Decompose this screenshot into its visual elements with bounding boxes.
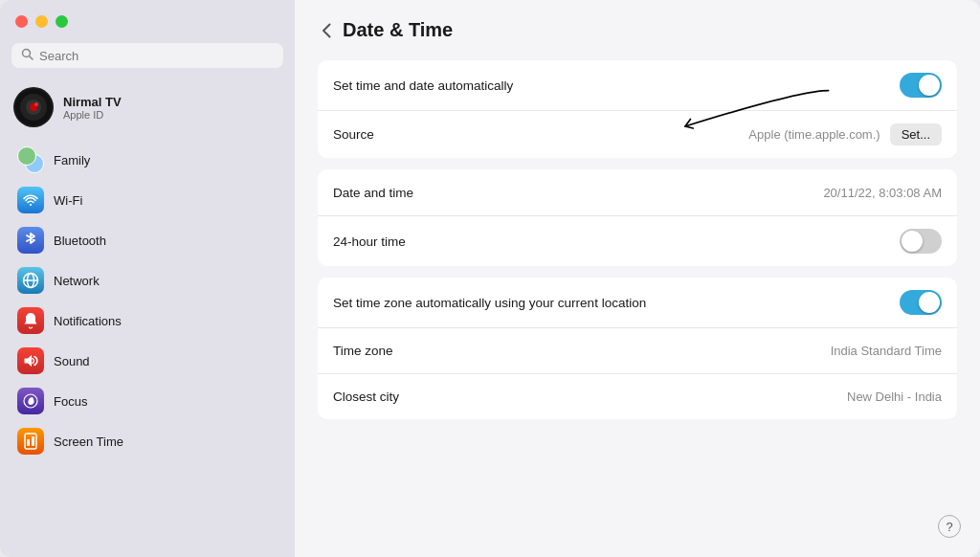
- bluetooth-icon: [17, 227, 44, 254]
- timezone-label: Time zone: [333, 344, 393, 358]
- minimize-button[interactable]: [35, 15, 48, 28]
- sidebar-item-focus[interactable]: Focus: [8, 382, 287, 420]
- close-button[interactable]: [15, 15, 28, 28]
- sidebar-item-bluetooth-label: Bluetooth: [54, 234, 106, 248]
- focus-icon: [17, 388, 44, 414]
- back-button[interactable]: [318, 23, 335, 38]
- network-icon: [17, 267, 44, 294]
- svg-line-1: [30, 56, 33, 59]
- sidebar-item-notifications[interactable]: Notifications: [8, 301, 287, 340]
- date-and-time-value: 20/11/22, 8:03:08 AM: [823, 186, 942, 200]
- svg-rect-10: [25, 434, 36, 449]
- sound-icon: [17, 347, 44, 374]
- auto-time-card: Set time and date automatically Source A…: [318, 60, 957, 158]
- sidebar-item-sound-label: Sound: [54, 354, 90, 368]
- page-title: Date & Time: [343, 19, 453, 41]
- sidebar-item-bluetooth[interactable]: Bluetooth: [8, 221, 287, 259]
- screentime-icon: [17, 428, 44, 455]
- user-profile[interactable]: Nirmal TV Apple ID: [0, 81, 295, 137]
- svg-point-6: [34, 102, 38, 106]
- set-auto-row: Set time and date automatically: [318, 60, 957, 110]
- sidebar-item-network[interactable]: Network: [8, 261, 287, 300]
- source-right: Apple (time.apple.com.) Set...: [748, 123, 942, 145]
- user-subtitle: Apple ID: [63, 109, 122, 121]
- source-label: Source: [333, 127, 374, 142]
- avatar: [13, 87, 54, 127]
- source-value: Apple (time.apple.com.): [748, 127, 880, 142]
- sidebar-item-sound[interactable]: Sound: [8, 342, 287, 380]
- svg-rect-11: [27, 439, 30, 446]
- sidebar-item-network-label: Network: [54, 274, 100, 288]
- timezone-value: India Standard Time: [831, 344, 942, 358]
- source-row: Source Apple (time.apple.com.) Set...: [318, 110, 957, 158]
- notifications-icon: [17, 307, 44, 334]
- sidebar-item-notifications-label: Notifications: [54, 314, 122, 328]
- auto-timezone-toggle[interactable]: [900, 290, 942, 315]
- sidebar-item-screentime[interactable]: Screen Time: [8, 422, 287, 460]
- auto-timezone-label: Set time zone automatically using your c…: [333, 296, 646, 310]
- sidebar-item-family-label: Family: [54, 153, 90, 167]
- closest-city-label: Closest city: [333, 390, 399, 404]
- search-icon: [21, 48, 33, 63]
- sidebar-item-family[interactable]: Family: [8, 141, 287, 179]
- svg-rect-12: [32, 436, 34, 446]
- auto-timezone-row: Set time zone automatically using your c…: [318, 278, 957, 327]
- user-info: Nirmal TV Apple ID: [63, 95, 122, 121]
- timezone-row: Time zone India Standard Time: [318, 327, 957, 373]
- closest-city-value: New Delhi - India: [847, 390, 942, 404]
- sidebar-nav: Family Wi-Fi Bluetooth: [0, 137, 295, 557]
- sidebar-item-screentime-label: Screen Time: [54, 434, 123, 449]
- help-button[interactable]: ?: [938, 515, 961, 538]
- date-and-time-row: Date and time 20/11/22, 8:03:08 AM: [318, 169, 957, 215]
- main-content: Date & Time Set time and date automatica…: [295, 0, 980, 557]
- date-time-card: Date and time 20/11/22, 8:03:08 AM 24-ho…: [318, 169, 957, 266]
- maximize-button[interactable]: [56, 15, 68, 28]
- family-icon: [17, 146, 44, 173]
- sidebar-item-wifi[interactable]: Wi-Fi: [8, 181, 287, 219]
- window-controls: [0, 0, 295, 37]
- search-input[interactable]: [39, 49, 274, 63]
- settings-sections: Set time and date automatically Source A…: [318, 60, 957, 419]
- set-auto-label: Set time and date automatically: [333, 78, 513, 93]
- set-button[interactable]: Set...: [890, 123, 942, 145]
- closest-city-row: Closest city New Delhi - India: [318, 373, 957, 419]
- sidebar-item-focus-label: Focus: [54, 394, 87, 409]
- user-name: Nirmal TV: [63, 95, 122, 109]
- page-header: Date & Time: [318, 19, 957, 41]
- sidebar-item-wifi-label: Wi-Fi: [54, 193, 82, 208]
- sidebar: Nirmal TV Apple ID Family Wi-Fi: [0, 0, 295, 557]
- wifi-icon: [17, 187, 44, 213]
- timezone-card: Set time zone automatically using your c…: [318, 278, 957, 419]
- search-bar[interactable]: [11, 43, 283, 68]
- set-auto-toggle[interactable]: [900, 73, 942, 98]
- 24-hour-label: 24-hour time: [333, 234, 406, 249]
- date-and-time-label: Date and time: [333, 186, 413, 200]
- 24-hour-toggle[interactable]: [900, 229, 942, 254]
- 24-hour-row: 24-hour time: [318, 215, 957, 266]
